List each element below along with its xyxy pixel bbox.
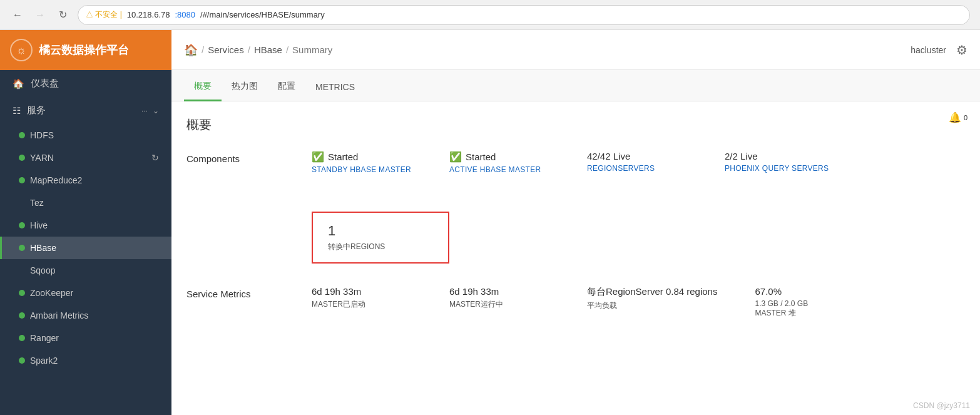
ranger-status-dot xyxy=(19,335,25,341)
yarn-label: YARN xyxy=(30,153,54,163)
master-started-value: 6d 19h 33m xyxy=(312,286,412,297)
address-bar[interactable]: △ 不安全 | 10.218.6.78:8080/#/main/services… xyxy=(78,5,970,25)
bell-icon: 🔔 xyxy=(949,111,961,123)
dashboard-label: 仪表盘 xyxy=(31,78,59,90)
services-icon: ☷ xyxy=(13,105,21,116)
back-button[interactable]: ← xyxy=(10,8,25,23)
sidebar-item-ambari-metrics[interactable]: Ambari Metrics xyxy=(0,304,171,327)
alert-count: 0 xyxy=(964,114,967,121)
active-check-icon: ✅ xyxy=(449,151,462,163)
breadcrumb-hbase[interactable]: HBase xyxy=(254,44,282,55)
sidebar-item-ranger[interactable]: Ranger xyxy=(0,327,171,349)
hdfs-status-dot xyxy=(19,132,25,138)
sidebar-header: ☼ 橘云数据操作平台 xyxy=(0,30,171,70)
region-servers-value: 42/42 Live xyxy=(587,151,687,161)
standby-master-cell: ✅ Started STANDBY HBASE MASTER xyxy=(312,151,412,174)
master-running-cell: 6d 19h 33m MASTER运行中 xyxy=(449,286,549,310)
breadcrumb-services[interactable]: Services xyxy=(208,44,244,55)
tab-bar: 概要 热力图 配置 METRICS xyxy=(171,70,980,101)
components-row: Components ✅ Started STANDBY HBASE MASTE… xyxy=(186,151,965,264)
sidebar-section-services[interactable]: ☷ 服务 ··· ⌄ xyxy=(0,97,171,124)
app-logo: ☼ xyxy=(10,39,33,61)
more-icon[interactable]: ··· xyxy=(141,106,148,115)
ambari-metrics-label: Ambari Metrics xyxy=(30,310,88,320)
username: hacluster xyxy=(911,45,946,55)
hive-label: Hive xyxy=(30,220,48,230)
avg-load-sub: 平均负载 xyxy=(587,300,717,311)
sidebar-item-hbase[interactable]: HBase xyxy=(0,237,171,259)
home-icon: 🏠 xyxy=(13,78,24,90)
settings-icon[interactable]: ⚙ xyxy=(956,43,967,58)
sidebar-item-sqoop[interactable]: Sqoop xyxy=(0,259,171,282)
transitioning-regions-cell: 1 转换中REGIONS xyxy=(312,212,449,264)
security-warning: △ 不安全 | xyxy=(86,9,122,20)
url-port: :8080 xyxy=(175,10,195,19)
service-metrics-label: Service Metrics xyxy=(186,286,312,299)
active-status-text: Started xyxy=(466,151,496,162)
app-container: ☼ 橘云数据操作平台 🏠 仪表盘 ☷ 服务 ··· ⌄ HDFS YARN ↻ xyxy=(0,30,980,415)
breadcrumb-sep3: / xyxy=(286,44,288,55)
transitioning-label: 转换中REGIONS xyxy=(328,242,433,252)
transitioning-value: 1 xyxy=(328,223,433,239)
sidebar-item-tez[interactable]: Tez xyxy=(0,192,171,214)
home-breadcrumb-icon[interactable]: 🏠 xyxy=(184,43,198,57)
service-metrics-content: 6d 19h 33m MASTER已启动 6d 19h 33m MASTER运行… xyxy=(312,286,855,319)
sidebar-item-hdfs[interactable]: HDFS xyxy=(0,124,171,146)
page-title: 概要 xyxy=(186,116,965,133)
breadcrumb-sep2: / xyxy=(248,44,250,55)
spark2-label: Spark2 xyxy=(30,356,58,366)
avg-load-cell: 每台RegionServer 0.84 regions 平均负载 xyxy=(587,286,717,311)
heap-sub-line1: 1.3 GB / 2.0 GB xyxy=(755,299,855,308)
reload-button[interactable]: ↻ xyxy=(55,8,70,23)
url-host: 10.218.6.78 xyxy=(127,10,170,19)
master-started-sub: MASTER已启动 xyxy=(312,299,412,310)
zookeeper-label: ZooKeeper xyxy=(30,288,73,298)
content-area: 🔔 0 概要 Components ✅ Started STANDBY HBAS… xyxy=(171,101,980,415)
app-title: 橘云数据操作平台 xyxy=(39,43,129,58)
active-indicator xyxy=(0,237,2,259)
sidebar-item-spark2[interactable]: Spark2 xyxy=(0,349,171,372)
tab-metrics[interactable]: METRICS xyxy=(305,74,365,101)
active-master-cell: ✅ Started ACTIVE HBASE MASTER xyxy=(449,151,549,174)
hbase-label: HBase xyxy=(30,243,56,253)
region-servers-link[interactable]: REGIONSERVERS xyxy=(587,164,687,173)
phoenix-link[interactable]: PHOENIX QUERY SERVERS xyxy=(725,164,829,173)
tez-status-dot xyxy=(19,200,25,206)
tez-label: Tez xyxy=(30,198,44,208)
watermark: CSDN @jzy3711 xyxy=(913,401,970,410)
services-actions: ··· ⌄ xyxy=(141,106,159,115)
heap-cell: 67.0% 1.3 GB / 2.0 GB MASTER 堆 xyxy=(755,286,855,319)
sidebar-item-dashboard[interactable]: 🏠 仪表盘 xyxy=(0,70,171,97)
master-running-sub: MASTER运行中 xyxy=(449,299,549,310)
breadcrumb-sep1: / xyxy=(202,44,204,55)
service-metrics-row: Service Metrics 6d 19h 33m MASTER已启动 6d … xyxy=(186,286,965,319)
active-master-link[interactable]: ACTIVE HBASE MASTER xyxy=(449,165,549,174)
sidebar-item-yarn[interactable]: YARN ↻ xyxy=(0,146,171,169)
region-servers-cell: 42/42 Live REGIONSERVERS xyxy=(587,151,687,173)
chevron-down-icon[interactable]: ⌄ xyxy=(153,106,159,115)
master-started-cell: 6d 19h 33m MASTER已启动 xyxy=(312,286,412,310)
standby-check-icon: ✅ xyxy=(312,151,324,163)
tab-heatmap[interactable]: 热力图 xyxy=(222,73,268,101)
phoenix-value: 2/2 Live xyxy=(725,151,829,161)
sidebar-item-hive[interactable]: Hive xyxy=(0,214,171,237)
hdfs-label: HDFS xyxy=(30,130,54,140)
alert-bell-container[interactable]: 🔔 0 xyxy=(949,111,967,123)
tab-config[interactable]: 配置 xyxy=(268,73,305,101)
url-path: /#/main/services/HBASE/summary xyxy=(200,10,325,19)
forward-button[interactable]: → xyxy=(33,8,48,23)
mapreduce2-label: MapReduce2 xyxy=(30,175,82,185)
phoenix-servers-cell: 2/2 Live PHOENIX QUERY SERVERS xyxy=(725,151,829,173)
tab-overview[interactable]: 概要 xyxy=(184,73,222,101)
standby-master-link[interactable]: STANDBY HBASE MASTER xyxy=(312,165,412,174)
standby-status-text: Started xyxy=(328,151,358,162)
sidebar-item-zookeeper[interactable]: ZooKeeper xyxy=(0,282,171,304)
heap-sub-line2: MASTER 堆 xyxy=(755,308,855,319)
sidebar-item-mapreduce2[interactable]: MapReduce2 xyxy=(0,169,171,192)
browser-chrome: ← → ↻ △ 不安全 | 10.218.6.78:8080/#/main/se… xyxy=(0,0,980,30)
yarn-status-dot xyxy=(19,155,25,161)
master-running-value: 6d 19h 33m xyxy=(449,286,549,297)
breadcrumb-summary: Summary xyxy=(292,44,332,55)
yarn-refresh-icon[interactable]: ↻ xyxy=(151,153,159,163)
topbar-right: hacluster ⚙ xyxy=(911,43,967,58)
